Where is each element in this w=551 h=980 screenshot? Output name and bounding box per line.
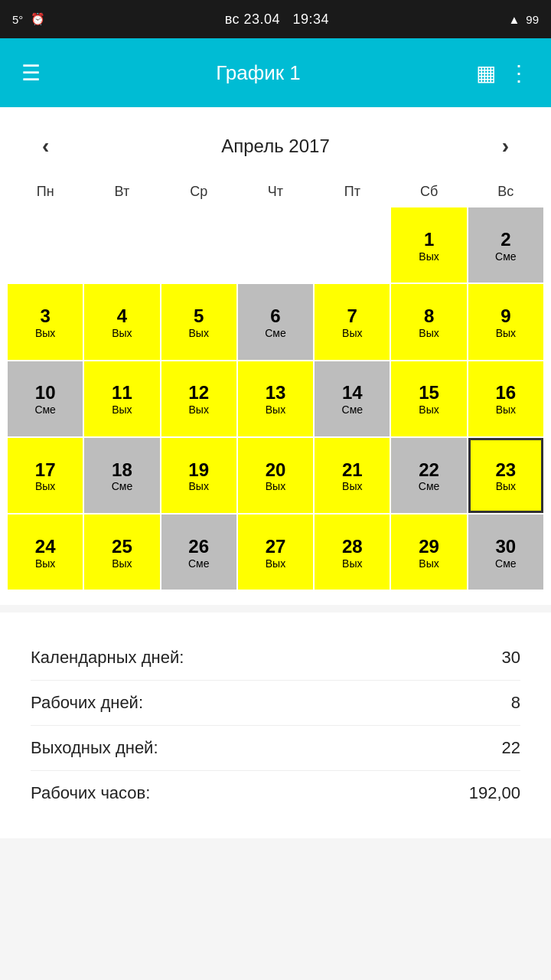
weekday-wed: Ср: [161, 178, 236, 206]
day-number: 1: [424, 229, 434, 251]
day-type: Сме: [342, 404, 364, 415]
day-number: 25: [112, 536, 132, 558]
day-type: Сме: [188, 558, 210, 569]
day-cell-21[interactable]: 21Вых: [315, 438, 390, 513]
stat-label: Календарных дней:: [31, 648, 184, 668]
day-cell-29[interactable]: 29Вых: [391, 514, 466, 590]
day-cell-8[interactable]: 8Вых: [391, 284, 466, 359]
day-cell-19[interactable]: 19Вых: [161, 438, 236, 513]
day-type: Сме: [495, 558, 517, 569]
day-cell-11[interactable]: 11Вых: [84, 361, 159, 436]
day-cell-20[interactable]: 20Вых: [238, 438, 313, 513]
day-cell-23[interactable]: 23Вых: [468, 438, 543, 513]
day-cell-empty-4: [315, 207, 390, 283]
day-cell-17[interactable]: 17Вых: [8, 438, 83, 513]
status-date: вс 23.04: [225, 11, 280, 27]
day-number: 7: [347, 305, 357, 328]
next-month-button[interactable]: ›: [491, 130, 520, 162]
day-type: Вых: [189, 481, 209, 492]
weekday-sun: Вс: [468, 178, 543, 206]
day-type: Вых: [35, 558, 55, 569]
stat-value: 192,00: [469, 783, 520, 803]
day-type: Вых: [112, 328, 132, 338]
day-cell-3[interactable]: 3Вых: [8, 284, 83, 359]
day-cell-empty-0: [8, 207, 83, 283]
day-type: Вых: [342, 558, 362, 569]
day-type: Вых: [189, 328, 209, 338]
day-number: 16: [495, 382, 516, 404]
status-time: 19:34: [293, 11, 330, 27]
day-number: 23: [495, 459, 516, 482]
day-cell-18[interactable]: 18Сме: [84, 438, 159, 513]
alarm-icon: ⏰: [31, 12, 45, 26]
day-cell-empty-2: [161, 207, 236, 283]
day-number: 15: [419, 382, 439, 404]
day-type: Вых: [419, 328, 439, 338]
day-cell-empty-3: [238, 207, 313, 283]
day-type: Вых: [419, 558, 439, 569]
day-type: Сме: [112, 481, 133, 492]
day-cell-24[interactable]: 24Вых: [8, 514, 83, 590]
calendar-icon-button[interactable]: ▦: [470, 54, 502, 92]
day-number: 28: [342, 536, 363, 558]
day-cell-1[interactable]: 1Вых: [391, 207, 466, 283]
battery-level: 99: [526, 13, 539, 26]
calendar-container: ‹ Апрель 2017 › Пн Вт Ср Чт Пт Сб Вс 1Вы…: [0, 107, 551, 605]
day-cell-30[interactable]: 30Сме: [468, 514, 543, 590]
day-cell-16[interactable]: 16Вых: [468, 361, 543, 436]
more-options-button[interactable]: ⋮: [502, 54, 536, 92]
day-number: 6: [270, 305, 280, 328]
day-cell-4[interactable]: 4Вых: [84, 284, 159, 359]
stat-value: 22: [502, 738, 520, 758]
stat-row-1: Рабочих дней:8: [31, 681, 520, 726]
day-type: Вых: [496, 481, 516, 492]
day-cell-9[interactable]: 9Вых: [468, 284, 543, 359]
stat-label: Выходных дней:: [31, 738, 158, 758]
weekday-thu: Чт: [238, 178, 313, 206]
day-type: Вых: [419, 404, 439, 415]
weekday-mon: Пн: [8, 178, 83, 206]
menu-button[interactable]: ☰: [15, 54, 47, 92]
day-type: Вых: [496, 404, 516, 415]
day-number: 21: [342, 459, 363, 482]
day-cell-10[interactable]: 10Сме: [8, 361, 83, 436]
day-cell-28[interactable]: 28Вых: [315, 514, 390, 590]
day-type: Вых: [35, 328, 55, 338]
day-number: 3: [40, 305, 50, 328]
weekday-headers: Пн Вт Ср Чт Пт Сб Вс: [8, 178, 543, 206]
day-cell-empty-1: [84, 207, 159, 283]
day-cell-5[interactable]: 5Вых: [161, 284, 236, 359]
toolbar: ☰ График 1 ▦ ⋮: [0, 38, 551, 107]
day-cell-14[interactable]: 14Сме: [315, 361, 390, 436]
stat-label: Рабочих дней:: [31, 693, 143, 713]
day-cell-25[interactable]: 25Вых: [84, 514, 159, 590]
day-cell-15[interactable]: 15Вых: [391, 361, 466, 436]
day-cell-12[interactable]: 12Вых: [161, 361, 236, 436]
day-cell-26[interactable]: 26Сме: [161, 514, 236, 590]
day-number: 5: [194, 305, 204, 328]
weekday-tue: Вт: [84, 178, 159, 206]
day-number: 18: [112, 459, 132, 482]
day-cell-13[interactable]: 13Вых: [238, 361, 313, 436]
day-type: Вых: [496, 328, 516, 338]
day-number: 17: [35, 459, 56, 482]
day-cell-2[interactable]: 2Сме: [468, 207, 543, 283]
day-number: 4: [117, 305, 127, 328]
stat-value: 8: [511, 693, 520, 713]
day-number: 30: [495, 536, 516, 558]
day-cell-7[interactable]: 7Вых: [315, 284, 390, 359]
status-bar: 5° ⏰ вс 23.04 19:34 ▲ 99: [0, 0, 551, 38]
day-cell-22[interactable]: 22Сме: [391, 438, 466, 513]
day-cell-6[interactable]: 6Сме: [238, 284, 313, 359]
prev-month-button[interactable]: ‹: [31, 130, 60, 162]
signal-icon: ▲: [508, 13, 520, 26]
day-number: 11: [112, 382, 132, 404]
stat-row-3: Рабочих часов:192,00: [31, 771, 520, 815]
day-cell-27[interactable]: 27Вых: [238, 514, 313, 590]
day-type: Вых: [342, 481, 362, 492]
stat-row-0: Календарных дней:30: [31, 635, 520, 681]
day-type: Сме: [495, 251, 517, 262]
day-number: 10: [35, 382, 56, 404]
stat-row-2: Выходных дней:22: [31, 726, 520, 771]
calendar-grid: 1Вых2Сме3Вых4Вых5Вых6Сме7Вых8Вых9Вых10См…: [8, 207, 543, 590]
